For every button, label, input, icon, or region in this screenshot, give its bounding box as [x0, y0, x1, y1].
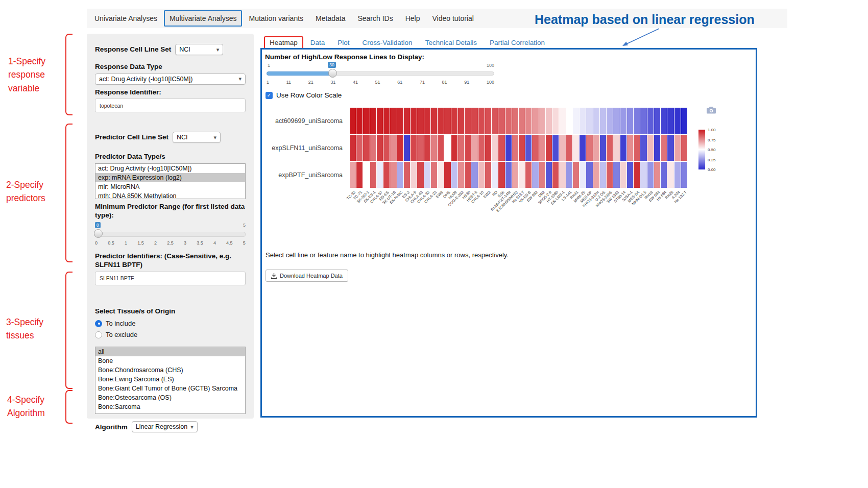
heatmap-cell[interactable]: [532, 162, 538, 188]
heatmap-cell[interactable]: [411, 162, 417, 188]
heatmap-cell[interactable]: [404, 108, 410, 134]
heatmap-cell[interactable]: [532, 135, 538, 161]
heatmap-cell[interactable]: [573, 162, 579, 188]
heatmap-cell[interactable]: [438, 135, 444, 161]
heatmap-cell[interactable]: [485, 135, 491, 161]
heatmap-cell[interactable]: [512, 108, 518, 134]
heatmap-cell[interactable]: [492, 108, 498, 134]
heatmap-cell[interactable]: [600, 108, 606, 134]
heatmap-cell[interactable]: [417, 135, 423, 161]
heatmap-cell[interactable]: [485, 108, 491, 134]
heatmap-cell[interactable]: [580, 108, 586, 134]
heatmap-cell[interactable]: [519, 108, 525, 134]
heatmap-cell[interactable]: [525, 108, 532, 134]
heatmap-cell[interactable]: [370, 162, 376, 188]
heatmap-cell[interactable]: [363, 162, 369, 188]
heatmap-cell[interactable]: [539, 135, 545, 161]
heatmap-cell[interactable]: [356, 108, 363, 134]
heatmap-cell[interactable]: [661, 135, 667, 161]
heatmap-cell[interactable]: [681, 162, 687, 188]
heatmap-cell[interactable]: [654, 108, 660, 134]
heatmap-cell[interactable]: [539, 162, 545, 188]
heatmap-cell[interactable]: [444, 135, 450, 161]
heatmap-cell[interactable]: [505, 162, 512, 188]
tab-technical-details[interactable]: Technical Details: [420, 36, 483, 49]
heatmap-cell[interactable]: [498, 162, 504, 188]
heatmap-cell[interactable]: [661, 162, 667, 188]
tab-plot[interactable]: Plot: [332, 36, 355, 49]
nav-item-help[interactable]: Help: [400, 10, 426, 27]
nav-item-search-ids[interactable]: Search IDs: [352, 10, 398, 27]
heatmap-cell[interactable]: [465, 108, 471, 134]
heatmap-cell[interactable]: [424, 108, 430, 134]
heatmap-cell[interactable]: [681, 108, 687, 134]
heatmap-cell[interactable]: [627, 162, 633, 188]
tissue-exclude-radio[interactable]: To exclude: [95, 331, 246, 338]
heatmap-cell[interactable]: [492, 135, 498, 161]
heatmap-cell[interactable]: [458, 162, 464, 188]
slider-track[interactable]: [95, 232, 246, 237]
listbox-option-act-drug-activity-log10-ic50m[interactable]: act: Drug Activity (-log10[IC50M]): [95, 164, 245, 173]
heatmap-cell[interactable]: [600, 135, 606, 161]
heatmap-cell[interactable]: [654, 135, 660, 161]
heatmap-cell[interactable]: [586, 162, 592, 188]
heatmap-cell[interactable]: [593, 108, 599, 134]
heatmap-cell[interactable]: [478, 135, 485, 161]
heatmap-cell[interactable]: [458, 108, 464, 134]
heatmap-cell[interactable]: [566, 135, 572, 161]
heatmap-cell[interactable]: [667, 108, 673, 134]
heatmap-cell[interactable]: [559, 135, 565, 161]
heatmap-cell[interactable]: [552, 162, 559, 188]
heatmap-cell[interactable]: [539, 108, 545, 134]
heatmap-cell[interactable]: [566, 108, 572, 134]
heatmap-cell[interactable]: [465, 135, 471, 161]
heatmap-cell[interactable]: [444, 162, 450, 188]
nav-item-metadata[interactable]: Metadata: [310, 10, 351, 27]
slider-handle[interactable]: [328, 69, 337, 78]
heatmap-cell[interactable]: [363, 108, 369, 134]
heatmap-cell[interactable]: [424, 162, 430, 188]
heatmap-cell[interactable]: [458, 135, 464, 161]
heatmap-cell[interactable]: [607, 135, 613, 161]
heatmap-cell[interactable]: [383, 135, 390, 161]
heatmap-cell[interactable]: [647, 162, 654, 188]
heatmap-cell[interactable]: [471, 162, 477, 188]
heatmap-cell[interactable]: [438, 162, 444, 188]
heatmap-cell[interactable]: [634, 162, 640, 188]
heatmap-cell[interactable]: [512, 135, 518, 161]
slider-handle[interactable]: [94, 229, 103, 238]
response-data-type-select[interactable]: act: Drug Activity (-log10[IC50M]) ▾: [95, 74, 246, 85]
camera-icon[interactable]: [707, 106, 716, 114]
heatmap-cell[interactable]: [681, 135, 687, 161]
nav-item-univariate-analyses[interactable]: Univariate Analyses: [89, 10, 163, 27]
heatmap-cell[interactable]: [397, 108, 403, 134]
listbox-option-mth-dna-850k-methylation[interactable]: mth: DNA 850K Methylation: [95, 191, 245, 199]
heatmap-cell[interactable]: [363, 135, 369, 161]
heatmap-cell[interactable]: [451, 162, 457, 188]
heatmap-cell[interactable]: [647, 135, 654, 161]
listbox-option-bone-osteosarcoma-os[interactable]: Bone:Osteosarcoma (OS): [95, 393, 245, 402]
heatmap-cell[interactable]: [397, 162, 403, 188]
heatmap-cell[interactable]: [627, 108, 633, 134]
listbox-option-bone-ewing-sarcoma-es[interactable]: Bone:Ewing Sarcoma (ES): [95, 375, 245, 384]
heatmap-cell[interactable]: [593, 135, 599, 161]
heatmap-column-label-ew2[interactable]: EW2: [483, 190, 492, 199]
heatmap-cell[interactable]: [411, 108, 417, 134]
heatmap-column-label-rd[interactable]: RD: [491, 190, 498, 197]
heatmap-cell[interactable]: [370, 108, 376, 134]
listbox-option-bone-giant-cell-tumor-of-bone-gctb-sarco[interactable]: Bone:Giant Cell Tumor of Bone (GCTB) Sar…: [95, 384, 245, 393]
heatmap-cell[interactable]: [580, 162, 586, 188]
heatmap-cell[interactable]: [566, 162, 572, 188]
heatmap-cell[interactable]: [505, 108, 512, 134]
nav-item-mutation-variants[interactable]: Mutation variants: [243, 10, 309, 27]
predictor-data-types-listbox[interactable]: act: Drug Activity (-log10[IC50M])exp: m…: [95, 163, 246, 199]
heatmap-cell[interactable]: [356, 162, 363, 188]
heatmap-cell[interactable]: [478, 162, 485, 188]
heatmap-cell[interactable]: [451, 135, 457, 161]
heatmap-cell[interactable]: [525, 162, 532, 188]
min-predictor-range-slider[interactable]: 0 5: [95, 222, 246, 240]
tissue-include-radio[interactable]: To include: [95, 320, 246, 327]
heatmap-cell[interactable]: [640, 162, 646, 188]
heatmap-cell[interactable]: [640, 135, 646, 161]
heatmap-cell[interactable]: [356, 135, 363, 161]
